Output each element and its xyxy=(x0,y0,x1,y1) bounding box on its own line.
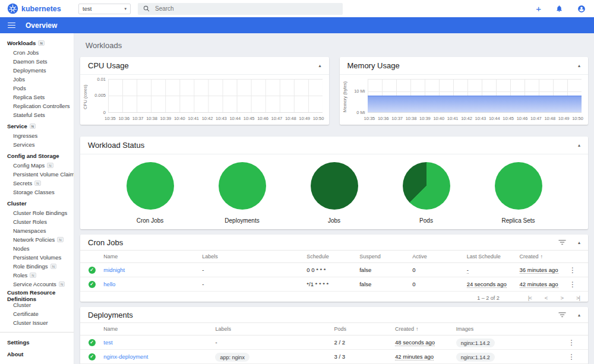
column-header-created[interactable]: Created↑ xyxy=(520,251,567,263)
pods-cell: 3 / 3 xyxy=(334,350,395,364)
memory-y-axis-label: Memory (bytes) xyxy=(342,78,347,115)
sidebar-item-config-and-storage[interactable]: Config and Storage xyxy=(0,151,74,161)
filter-icon[interactable] xyxy=(558,239,566,245)
deployment-link[interactable]: nginx-deployment xyxy=(103,353,148,360)
sidebar-item[interactable]: Secrets N xyxy=(0,179,74,188)
status-ok-icon: ✓ xyxy=(89,267,96,274)
sidebar-item[interactable]: Pods xyxy=(0,84,74,93)
cron-job-link[interactable]: hello xyxy=(103,281,115,287)
sidebar-item[interactable]: Cron Jobs xyxy=(0,48,74,57)
sidebar-item[interactable]: Ingresses xyxy=(0,131,74,140)
sidebar-item-cluster[interactable]: Cluster xyxy=(0,198,74,208)
deployment-row[interactable]: ✓ nginx-deployment app: nginx 3 / 3 42 m… xyxy=(80,350,588,364)
column-header-name[interactable]: Name xyxy=(103,323,215,335)
column-header-schedule[interactable]: Schedule xyxy=(307,251,359,263)
column-header-images[interactable]: Images xyxy=(456,323,566,335)
deployment-link[interactable]: test xyxy=(103,339,112,346)
pagination-range: 1 – 2 of 2 xyxy=(477,295,500,301)
column-header-suspend[interactable]: Suspend xyxy=(359,251,412,263)
main-content: Workloads CPU Usage ▴ CPU (cores) 0.01 xyxy=(74,33,594,364)
memory-usage-title: Memory Usage xyxy=(347,61,400,70)
column-header-labels[interactable]: Labels xyxy=(202,251,307,263)
sidebar-item[interactable]: Deployments xyxy=(0,66,74,75)
sidebar-item-service[interactable]: Service N xyxy=(0,121,74,131)
collapse-icon[interactable]: ▴ xyxy=(318,63,321,68)
created-cell: 42 minutes ago xyxy=(520,281,558,288)
workload-pie[interactable]: Replica Sets xyxy=(495,162,542,224)
sidebar-item[interactable]: Cluster Role Bindings xyxy=(0,208,74,217)
account-circle-icon[interactable] xyxy=(577,5,586,13)
sidebar-item[interactable]: Replica Sets xyxy=(0,93,74,102)
sidebar-item[interactable]: Replication Controllers xyxy=(0,102,74,110)
sidebar-item[interactable]: Config Maps N xyxy=(0,161,74,170)
sidebar-item[interactable]: Nodes xyxy=(0,244,74,253)
cron-job-row[interactable]: ✓ hello - */1 * * * * false 0 24 seconds… xyxy=(80,277,588,292)
last-page-icon[interactable]: >| xyxy=(576,295,580,301)
x-tick-label: 10:50 xyxy=(313,116,324,121)
notifications-bell-icon[interactable] xyxy=(555,5,563,12)
sidebar-item[interactable]: Roles N xyxy=(0,271,74,280)
x-tick-label: 10:38 xyxy=(146,116,157,121)
namespace-value: test xyxy=(83,5,91,12)
sidebar-item[interactable]: Network Policies N xyxy=(0,235,74,244)
prev-page-icon[interactable]: < xyxy=(545,295,548,301)
sidebar-item[interactable]: Service Accounts N xyxy=(0,280,74,289)
sidebar-item-workloads[interactable]: Workloads N xyxy=(0,38,74,48)
column-header-created[interactable]: Created↑ xyxy=(395,323,456,335)
sidebar-item[interactable]: Persistent Volume Claims N xyxy=(0,170,74,179)
sidebar-item[interactable]: Daemon Sets xyxy=(0,57,74,66)
sidebar-item[interactable]: Cluster Roles xyxy=(0,217,74,226)
x-tick-label: 10:49 xyxy=(558,116,570,121)
search-bar[interactable] xyxy=(138,3,343,15)
sidebar-item[interactable]: Services xyxy=(0,140,74,149)
brand-name: kubernetes xyxy=(21,5,61,13)
collapse-icon[interactable]: ▴ xyxy=(578,143,580,148)
cpu-plot-area xyxy=(108,79,323,113)
sidebar-item[interactable]: Persistent Volumes xyxy=(0,253,74,262)
sidebar-item[interactable]: Certificate xyxy=(0,309,74,318)
workloads-items: Cron Jobs Daemon Sets Deployments xyxy=(0,48,74,119)
first-page-icon[interactable]: |< xyxy=(528,295,532,301)
menu-hamburger-icon[interactable] xyxy=(8,23,15,29)
collapse-icon[interactable]: ▴ xyxy=(578,240,580,245)
kubernetes-logo[interactable]: kubernetes xyxy=(7,3,72,14)
cron-jobs-card: Cron Jobs ▴ xyxy=(80,235,588,302)
create-resource-button[interactable]: + xyxy=(536,4,541,13)
x-tick-label: 10:39 xyxy=(160,116,172,121)
crd-items: Cluster Certificate Cluster Issuer xyxy=(0,300,74,327)
workload-pie[interactable]: Cron Jobs xyxy=(127,162,174,224)
namespace-selector[interactable]: test ▾ xyxy=(78,4,131,14)
collapse-icon[interactable]: ▴ xyxy=(578,312,580,318)
cron-job-link[interactable]: midnight xyxy=(103,267,125,273)
column-header-active[interactable]: Active xyxy=(412,251,466,263)
collapse-icon[interactable]: ▴ xyxy=(578,63,580,68)
sidebar-item[interactable]: Role Bindings N xyxy=(0,262,74,271)
column-header-pods[interactable]: Pods xyxy=(334,323,395,335)
sidebar-item[interactable]: Namespaces xyxy=(0,226,74,235)
kebab-menu-icon[interactable]: ⋮ xyxy=(567,266,579,274)
workload-pie[interactable]: Jobs xyxy=(311,162,358,224)
status-ok-icon: ✓ xyxy=(89,281,96,288)
kebab-menu-icon[interactable]: ⋮ xyxy=(567,280,579,289)
sidebar-item[interactable]: About xyxy=(0,349,74,359)
workload-pie[interactable]: Deployments xyxy=(219,162,266,224)
filter-icon[interactable] xyxy=(558,312,566,318)
deployment-row[interactable]: ✓ test - 2 / 2 48 seconds ago nginx:1.14… xyxy=(80,335,588,350)
sidebar-item[interactable]: Jobs xyxy=(0,75,74,84)
cron-job-row[interactable]: ✓ midnight - 0 0 * * * false 0 - 36 minu… xyxy=(80,263,588,277)
column-header-name[interactable]: Name xyxy=(103,251,202,263)
deployments-title: Deployments xyxy=(88,311,133,319)
sidebar-item[interactable]: Stateful Sets xyxy=(0,110,74,119)
kebab-menu-icon[interactable]: ⋮ xyxy=(565,338,577,347)
workload-pie[interactable]: Pods xyxy=(403,162,450,224)
search-input[interactable] xyxy=(155,5,337,12)
sidebar-item[interactable]: Storage Classes xyxy=(0,188,74,197)
sidebar-item[interactable]: Settings xyxy=(0,337,74,347)
column-header-labels[interactable]: Labels xyxy=(215,323,334,335)
kebab-menu-icon[interactable]: ⋮ xyxy=(565,353,577,361)
column-header-last-schedule[interactable]: Last Schedule xyxy=(467,251,520,263)
sidebar-item[interactable]: Cluster Issuer xyxy=(0,318,74,327)
suspend-cell: false xyxy=(359,277,412,292)
sidebar-item-custom-resource-definitions[interactable]: Custom Resource Definitions xyxy=(0,290,74,300)
next-page-icon[interactable]: > xyxy=(560,295,563,301)
